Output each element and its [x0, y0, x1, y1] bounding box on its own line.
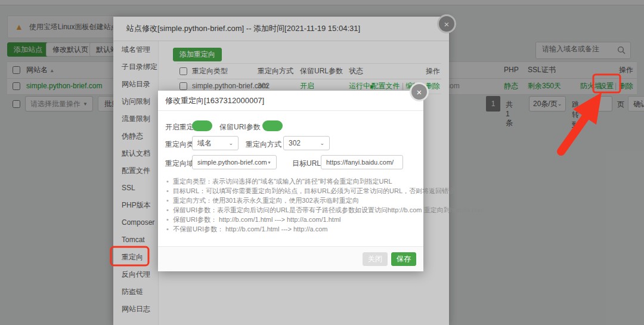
keep-uri-label: 保留URI参数 — [219, 122, 261, 132]
caret-down-icon: ▼ — [267, 160, 271, 165]
tip-line: 不保留URI参数： http://b.com/1.html ---> http:… — [165, 224, 419, 234]
edit-redirect-close-icon[interactable]: × — [410, 82, 429, 101]
keep-uri-toggle[interactable] — [262, 120, 283, 131]
redirect-method-select[interactable]: 302 ⌄ — [283, 136, 330, 150]
tip-line: 重定向方式：使用301表示永久重定向，使用302表示临时重定向 — [165, 196, 419, 205]
tip-line: 保留URI参数： http://b.com/1.html ---> http:/… — [165, 215, 419, 224]
tip-line: 重定向类型：表示访问选择的"域名"或输入的"路径"时将会重定向到指定URL — [165, 177, 419, 186]
tip-line: 目标URL：可以填写你需要重定向到的站点，目标URL必须为可正常访问的URL，否… — [165, 186, 419, 196]
tip-line: 保留URI参数：表示重定向后访问的URL是否带有子路径或参数如设置访问http:… — [165, 205, 419, 215]
redirect-domain-select[interactable]: simple.python-brief.com ▼ — [192, 155, 277, 169]
target-url-label: 目标URL — [292, 159, 321, 169]
close-button[interactable]: 关闭 — [363, 252, 388, 266]
redirect-type-select[interactable]: 域名 ⌄ — [192, 136, 239, 150]
edit-redirect-modal: 修改重定向[1637312000007] × 开启重定向 保留URI参数 重定向… — [158, 91, 423, 271]
chevron-down-icon: ⌄ — [320, 140, 324, 146]
edit-redirect-header: 修改重定向[1637312000007] — [158, 91, 423, 111]
target-url-input[interactable] — [321, 155, 403, 169]
edit-redirect-footer: 关闭 保存 — [158, 246, 423, 271]
enable-redirect-toggle[interactable] — [192, 120, 212, 131]
save-button[interactable]: 保存 — [391, 252, 416, 266]
chevron-down-icon: ⌄ — [228, 140, 233, 146]
screen: ▲ 使用宝塔Linux面板创建站点时会自动创 添加站点 修改默认页 默认站点 网… — [0, 0, 644, 325]
redirect-method-label: 重定向方式 — [246, 140, 281, 150]
redirect-tips: 重定向类型：表示访问选择的"域名"或输入的"路径"时将会重定向到指定URL 目标… — [165, 177, 419, 234]
